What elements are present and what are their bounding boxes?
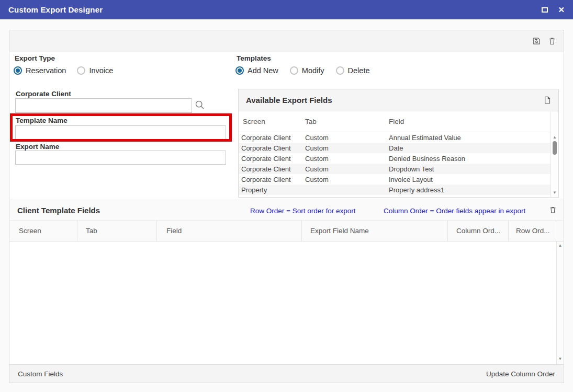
cell-screen: Corporate Client (239, 134, 305, 142)
save-icon[interactable] (532, 37, 541, 45)
corporate-client-label: Corporate Client (16, 90, 71, 98)
table-row[interactable]: Corporate Client Custom Dropdown Test (239, 164, 550, 174)
cell-tab: Custom (305, 165, 389, 173)
export-type-label: Export Type (15, 54, 55, 62)
radio-label[interactable]: Invoice (89, 66, 113, 75)
cell-screen: Corporate Client (239, 155, 305, 163)
scrollbar-thumb[interactable] (553, 141, 557, 155)
window-controls: ✕ (542, 6, 565, 14)
table-row[interactable]: Property Property address1 (239, 185, 550, 195)
column-header-column-order: Column Ord... (448, 221, 509, 241)
column-header-tab: Tab (77, 221, 157, 241)
radio-invoice[interactable]: Invoice (77, 66, 113, 75)
export-name-input[interactable] (15, 151, 226, 165)
cell-field: Dropdown Test (389, 165, 550, 173)
cell-tab: Custom (305, 155, 389, 163)
column-order-note: Column Order = Order fields appear in ex… (384, 207, 525, 215)
table-row[interactable]: Property Property address2 (239, 195, 550, 197)
column-header-field: Field (389, 118, 550, 125)
cell-field: Date (389, 144, 550, 152)
cell-field: Denied Business Reason (389, 155, 550, 163)
radio-label[interactable]: Add New (248, 66, 278, 75)
scroll-down-icon[interactable]: ▼ (553, 191, 557, 195)
column-header-export-field-name: Export Field Name (302, 221, 448, 241)
radio-label[interactable]: Reservation (26, 66, 66, 75)
scroll-up-icon[interactable]: ▲ (558, 244, 563, 248)
radio-delete[interactable]: Delete (336, 66, 370, 75)
footer-bar: Custom Fields Update Column Order (9, 364, 564, 383)
scroll-up-icon[interactable]: ▲ (553, 135, 557, 140)
cell-screen: Corporate Client (239, 165, 305, 173)
radio-unselected-icon[interactable] (290, 66, 298, 75)
titlebar: Custom Export Designer ✕ (0, 0, 573, 19)
client-template-fields-title: Client Template Fields (17, 206, 100, 215)
custom-export-designer-window: Custom Export Designer ✕ Export Type Res… (0, 0, 573, 392)
cell-screen: Property (239, 197, 305, 198)
radio-unselected-icon[interactable] (336, 66, 344, 75)
cell-tab: Custom (305, 134, 389, 142)
top-toolbar (9, 30, 564, 52)
export-type-radio-group: Reservation Invoice (14, 66, 113, 75)
cell-screen: Corporate Client (239, 176, 305, 183)
search-icon[interactable] (194, 99, 205, 110)
template-name-input[interactable] (15, 125, 226, 140)
cell-screen: Property (239, 186, 305, 194)
templates-label: Templates (237, 54, 271, 62)
available-export-fields-panel: Available Export Fields Screen Tab Field… (238, 89, 559, 198)
cell-tab: Custom (305, 176, 389, 183)
radio-label[interactable]: Modify (302, 66, 324, 75)
templates-radio-group: Add New Modify Delete (235, 66, 369, 75)
radio-add-new[interactable]: Add New (235, 66, 278, 75)
radio-selected-icon[interactable] (14, 66, 22, 75)
close-icon[interactable]: ✕ (558, 6, 565, 14)
client-template-scrollbar[interactable]: ▲ ▼ (556, 241, 564, 364)
cell-field: Invoice Layout (389, 176, 550, 183)
cell-field: Property address1 (389, 186, 550, 194)
radio-unselected-icon[interactable] (77, 66, 85, 75)
available-fields-table-body: Corporate Client Custom Annual Estimated… (239, 132, 550, 197)
cell-screen: Corporate Client (239, 144, 305, 152)
scroll-down-icon[interactable]: ▼ (558, 357, 563, 361)
row-order-note: Row Order = Sort order for export (250, 207, 355, 215)
radio-reservation[interactable]: Reservation (14, 66, 66, 75)
available-fields-header: Available Export Fields (239, 89, 558, 111)
radio-selected-icon[interactable] (235, 66, 244, 75)
column-header-screen: Screen (239, 118, 305, 125)
column-header-field: Field (157, 221, 302, 241)
custom-fields-button[interactable]: Custom Fields (18, 370, 63, 378)
maximize-icon[interactable] (542, 7, 548, 13)
cell-field: Property address2 (389, 197, 550, 198)
column-header-tab: Tab (305, 118, 389, 125)
available-fields-column-headers: Screen Tab Field (239, 111, 550, 132)
client-template-column-headers: Screen Tab Field Export Field Name Colum… (9, 221, 564, 241)
template-name-label: Template Name (16, 117, 68, 124)
table-row[interactable]: Corporate Client Custom Annual Estimated… (239, 132, 550, 143)
cell-field: Annual Estimated Value (389, 134, 550, 142)
table-row[interactable]: Corporate Client Custom Invoice Layout (239, 174, 550, 185)
table-row[interactable]: Corporate Client Custom Denied Business … (239, 153, 550, 164)
client-template-table-body: ▲ ▼ (9, 241, 564, 364)
new-document-icon[interactable] (543, 96, 551, 105)
cell-tab: Custom (305, 144, 389, 152)
radio-label[interactable]: Delete (348, 66, 370, 75)
export-name-label: Export Name (16, 143, 59, 151)
delete-icon[interactable] (548, 37, 556, 45)
client-template-fields-header: Client Template Fields Row Order = Sort … (9, 200, 564, 221)
column-header-screen: Screen (9, 221, 77, 241)
window-title: Custom Export Designer (8, 5, 103, 14)
corporate-client-input[interactable] (15, 98, 192, 113)
table-row[interactable]: Corporate Client Custom Date (239, 143, 550, 153)
radio-modify[interactable]: Modify (290, 66, 324, 75)
available-fields-scrollbar[interactable]: ▲ ▼ (550, 111, 558, 197)
column-header-spacer (556, 221, 564, 241)
available-fields-title: Available Export Fields (246, 96, 332, 105)
delete-template-fields-icon[interactable] (549, 205, 557, 214)
update-column-order-button[interactable]: Update Column Order (486, 370, 555, 378)
column-header-row-order: Row Ord... (509, 221, 556, 241)
